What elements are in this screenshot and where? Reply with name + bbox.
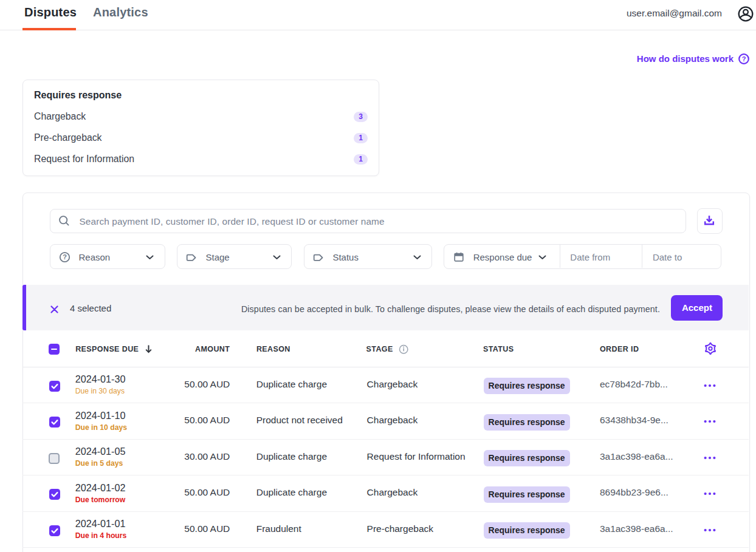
svg-text:?: ? [63, 254, 67, 261]
svg-text:?: ? [741, 55, 746, 62]
